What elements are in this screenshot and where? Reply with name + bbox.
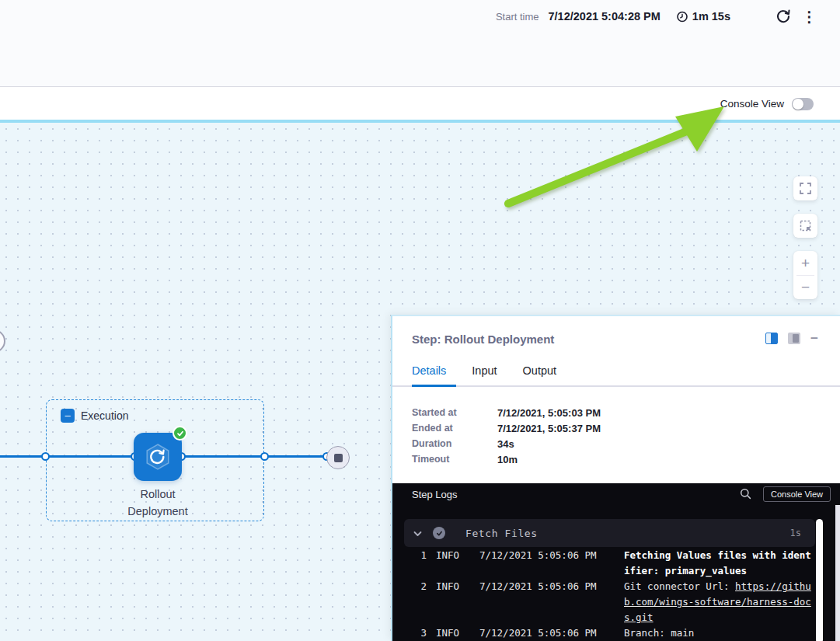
zoom-in-icon: + — [801, 255, 810, 271]
execution-group-label: Execution — [81, 409, 128, 422]
log-timestamp: 7/12/2021 5:05:06 PM — [479, 625, 615, 641]
node-label: Rollout Deployment — [96, 486, 220, 520]
zoom-controls: + − — [793, 251, 817, 299]
connection-point — [41, 452, 50, 461]
refresh-button[interactable] — [776, 9, 791, 24]
log-section-name: Fetch Files — [465, 528, 538, 539]
panel-header: Step: Rollout Deployment − — [392, 316, 840, 354]
kebab-menu-icon[interactable]: ⋮ — [802, 9, 817, 24]
panel-view-icon[interactable] — [788, 333, 800, 344]
step-logs-body: Fetch Files 1s 1 INFO 7/12/2021 5:05:06 … — [392, 505, 840, 641]
log-row: 1 INFO 7/12/2021 5:05:06 PM Fetching Val… — [392, 548, 828, 579]
fit-view-icon — [800, 220, 811, 232]
elapsed-value: 1m 15s — [692, 10, 730, 23]
active-tab-underline — [412, 385, 456, 387]
log-message: Git connector Url: https://github.com/wi… — [624, 579, 816, 625]
step-logs-title: Step Logs — [412, 489, 458, 500]
field-started-at: Started at 7/12/2021, 5:05:03 PM — [412, 405, 601, 420]
chevron-down-icon — [413, 526, 422, 540]
rollout-icon — [142, 441, 173, 472]
log-line-number: 2 — [403, 579, 427, 625]
zoom-out-button[interactable]: − — [793, 275, 817, 299]
fullscreen-icon — [800, 183, 811, 194]
console-view-label: Console View — [720, 98, 784, 110]
panel-scrollbar-track[interactable] — [835, 505, 840, 641]
rollout-deployment-node[interactable] — [134, 433, 182, 481]
console-view-toggle[interactable] — [792, 98, 814, 110]
split-view-icon[interactable] — [765, 333, 778, 344]
log-section-duration: 1s — [790, 528, 801, 538]
log-level: INFO — [436, 548, 470, 579]
step-details-panel: Step: Rollout Deployment − Details Input… — [391, 315, 840, 641]
log-row: 3 INFO 7/12/2021 5:05:06 PM Branch: main — [392, 625, 828, 641]
step-logs-panel: Step Logs Console View Fetch Files 1s — [392, 483, 840, 641]
panel-title: Step: Rollout Deployment — [412, 333, 554, 346]
zoom-out-icon: − — [801, 279, 810, 295]
step-detail-fields: Started at 7/12/2021, 5:05:03 PM Ended a… — [412, 405, 601, 467]
field-ended-at: Ended at 7/12/2021, 5:05:37 PM — [412, 420, 601, 436]
log-level: INFO — [436, 579, 470, 625]
clock-icon — [676, 10, 688, 23]
previous-node-edge — [0, 329, 5, 353]
minimize-panel-button[interactable]: − — [810, 332, 818, 345]
refresh-icon — [776, 9, 791, 24]
log-console-view-button[interactable]: Console View — [763, 486, 831, 502]
panel-tabs: Details Input Output — [412, 364, 556, 386]
success-check-icon — [173, 426, 187, 441]
zoom-in-button[interactable]: + — [793, 251, 817, 275]
section-success-icon — [433, 527, 445, 539]
tab-details[interactable]: Details — [412, 364, 446, 386]
field-timeout: Timeout 10m — [412, 451, 601, 467]
log-timestamp: 7/12/2021 5:05:06 PM — [479, 579, 615, 625]
elapsed-duration: 1m 15s — [676, 10, 730, 23]
stop-icon — [334, 454, 343, 462]
search-icon — [740, 488, 751, 500]
log-line-number: 1 — [403, 548, 427, 579]
step-logs-header: Step Logs Console View — [392, 483, 840, 505]
toggle-knob — [793, 99, 803, 110]
fullscreen-button[interactable] — [793, 176, 817, 200]
log-section-fetch-files[interactable]: Fetch Files 1s — [404, 519, 815, 547]
log-timestamp: 7/12/2021 5:05:06 PM — [479, 548, 615, 579]
log-message: Fetching Values files with identifier: p… — [624, 548, 816, 579]
log-row: 2 INFO 7/12/2021 5:05:06 PM Git connecto… — [392, 579, 828, 625]
view-toolbar: Console View — [0, 88, 840, 123]
log-message: Branch: main — [624, 625, 816, 641]
tab-output[interactable]: Output — [523, 364, 557, 386]
top-bar: Start time 7/12/2021 5:04:28 PM 1m 15s ⋮ — [0, 0, 840, 87]
connection-point — [260, 452, 269, 461]
minus-icon: – — [64, 410, 70, 420]
log-search-button[interactable] — [740, 488, 751, 500]
start-time-value: 7/12/2021 5:04:28 PM — [549, 10, 660, 23]
start-time-label: Start time — [496, 11, 539, 23]
log-lines: 1 INFO 7/12/2021 5:05:06 PM Fetching Val… — [392, 548, 828, 641]
fit-view-button[interactable] — [793, 214, 817, 238]
log-line-number: 3 — [403, 625, 427, 641]
log-scrollbar[interactable] — [816, 519, 823, 641]
tab-input[interactable]: Input — [472, 364, 497, 386]
field-duration: Duration 34s — [412, 436, 601, 451]
log-level: INFO — [436, 625, 470, 641]
collapse-group-button[interactable]: – — [61, 409, 75, 423]
pipeline-end-node — [326, 446, 350, 469]
